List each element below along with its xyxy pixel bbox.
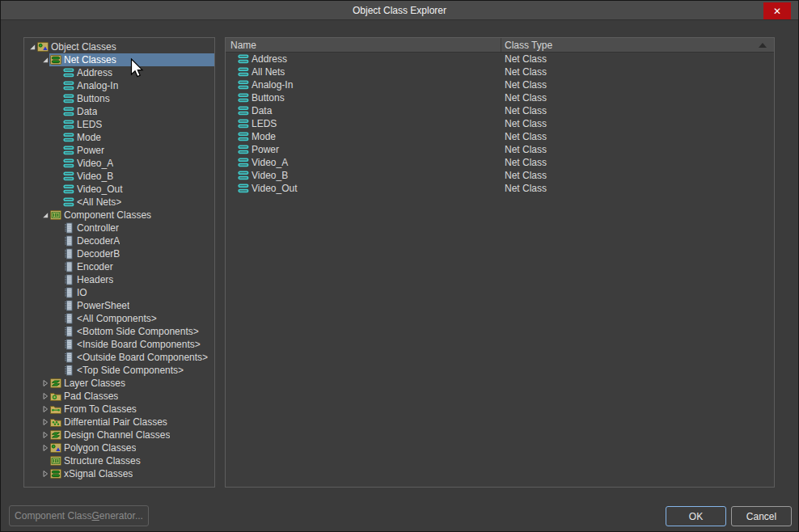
- tree-item-row[interactable]: Controller: [62, 222, 214, 234]
- class-row-address[interactable]: AddressNet Class: [226, 53, 774, 65]
- class-name: LEDS: [252, 118, 277, 129]
- tree-item-io[interactable]: IO: [24, 286, 214, 299]
- tree-item-encoder[interactable]: Encoder: [24, 260, 214, 273]
- tree-item-row[interactable]: Data: [62, 105, 214, 118]
- triangle-collapsed-icon[interactable]: [40, 431, 49, 440]
- tree-item-row[interactable]: IO: [62, 286, 214, 299]
- tree-item-row[interactable]: Video_A: [62, 157, 214, 170]
- tree-item-mode[interactable]: Mode: [24, 131, 214, 144]
- tree-item-row[interactable]: Buttons: [62, 92, 214, 105]
- tree-item-row[interactable]: Net Classes: [49, 53, 214, 66]
- tree-item-design-channel-classes[interactable]: Design Channel Classes: [24, 429, 214, 441]
- tree-item-row[interactable]: Polygon Classes: [49, 441, 214, 454]
- tree-item-net-classes[interactable]: Net Classes: [24, 53, 214, 66]
- tree-item-all-components[interactable]: <All Components>: [24, 312, 214, 325]
- tree-item-decoderb[interactable]: DecoderB: [24, 247, 214, 260]
- tree-item-row[interactable]: <All Components>: [62, 312, 214, 325]
- tree-item-powersheet[interactable]: PowerSheet: [24, 299, 214, 312]
- tree-item-row[interactable]: Component Classes: [49, 209, 214, 222]
- tree-item-row[interactable]: Encoder: [62, 260, 214, 273]
- class-row-video-a[interactable]: Video_ANet Class: [226, 156, 774, 169]
- tree-item-leds[interactable]: LEDS: [24, 118, 214, 131]
- tree-item-decodera[interactable]: DecoderA: [24, 234, 214, 247]
- tree-item-row[interactable]: <Bottom Side Components>: [62, 325, 214, 338]
- tree-item-address[interactable]: Address: [24, 66, 214, 79]
- tree-item-row[interactable]: <All Nets>: [62, 196, 214, 209]
- triangle-collapsed-icon[interactable]: [40, 444, 49, 453]
- class-row-video-b[interactable]: Video_BNet Class: [226, 169, 774, 182]
- tree-item-label: From To Classes: [64, 403, 137, 415]
- triangle-collapsed-icon[interactable]: [40, 392, 49, 401]
- triangle-expanded-icon[interactable]: [40, 211, 49, 220]
- tree-item-row[interactable]: xSignal Classes: [49, 467, 214, 480]
- tree-item-video-b[interactable]: Video_B: [24, 170, 214, 183]
- column-header-name[interactable]: Name: [226, 38, 501, 52]
- tree-item-top-side-components[interactable]: <Top Side Components>: [24, 364, 214, 377]
- tree-item-inside-board-components[interactable]: <Inside Board Components>: [24, 338, 214, 351]
- tree-item-power[interactable]: Power: [24, 144, 214, 157]
- class-row-mode[interactable]: ModeNet Class: [226, 130, 774, 143]
- tree-item-row[interactable]: Analog-In: [62, 79, 214, 92]
- tree-item-row[interactable]: Video_Out: [62, 183, 214, 196]
- tree-item-row[interactable]: Address: [62, 66, 214, 79]
- class-row-leds[interactable]: LEDSNet Class: [226, 117, 774, 130]
- tree-item-row[interactable]: Headers: [62, 273, 214, 286]
- tree-item-row[interactable]: <Outside Board Components>: [62, 351, 214, 364]
- triangle-collapsed-icon[interactable]: [40, 379, 49, 388]
- close-button[interactable]: ✕: [763, 2, 791, 19]
- tree-item-buttons[interactable]: Buttons: [24, 92, 214, 105]
- tree-item-polygon-classes[interactable]: Polygon Classes: [24, 441, 214, 454]
- class-row-power[interactable]: PowerNet Class: [226, 143, 774, 156]
- triangle-collapsed-icon[interactable]: [40, 405, 49, 414]
- class-row-analog-in[interactable]: Analog-InNet Class: [226, 78, 774, 91]
- tree-item-object-classes[interactable]: Object Classes: [24, 40, 214, 53]
- tree-item-row[interactable]: DecoderA: [62, 234, 214, 247]
- tree-item-row[interactable]: Object Classes: [36, 40, 214, 53]
- class-row-buttons[interactable]: ButtonsNet Class: [226, 91, 774, 104]
- tree-item-bottom-side-components[interactable]: <Bottom Side Components>: [24, 325, 214, 338]
- tree-item-row[interactable]: PowerSheet: [62, 299, 214, 312]
- tree-item-data[interactable]: Data: [24, 105, 214, 118]
- tree-item-pad-classes[interactable]: Pad Classes: [24, 390, 214, 403]
- triangle-collapsed-icon[interactable]: [40, 470, 49, 479]
- tree-item-xsignal-classes[interactable]: xSignal Classes: [24, 467, 214, 480]
- column-header-class-type[interactable]: Class Type: [501, 38, 774, 52]
- class-row-video-out[interactable]: Video_OutNet Class: [226, 182, 774, 195]
- triangle-collapsed-icon[interactable]: [40, 418, 49, 427]
- tree-item-row[interactable]: <Top Side Components>: [62, 364, 214, 377]
- tree-item-row[interactable]: Video_B: [62, 170, 214, 183]
- tree-item-row[interactable]: Mode: [62, 131, 214, 144]
- tree-item-controller[interactable]: Controller: [24, 222, 214, 234]
- tree-item-row[interactable]: From To Classes: [49, 403, 214, 416]
- object-class-tree[interactable]: Object ClassesNet ClassesAddressAnalog-I…: [23, 37, 215, 488]
- tree-item-from-to-classes[interactable]: From To Classes: [24, 403, 214, 416]
- tree-item-structure-classes[interactable]: Structure Classes: [24, 454, 214, 467]
- tree-item-layer-classes[interactable]: Layer Classes: [24, 377, 214, 390]
- tree-item-outside-board-components[interactable]: <Outside Board Components>: [24, 351, 214, 364]
- class-row-all-nets[interactable]: All NetsNet Class: [226, 65, 774, 78]
- ok-button[interactable]: OK: [666, 506, 726, 526]
- tree-item-video-out[interactable]: Video_Out: [24, 183, 214, 196]
- tree-item-row[interactable]: Design Channel Classes: [49, 429, 214, 441]
- cancel-button[interactable]: Cancel: [731, 506, 792, 526]
- tree-item-row[interactable]: DecoderB: [62, 247, 214, 260]
- tree-item-analog-in[interactable]: Analog-In: [24, 79, 214, 92]
- tree-item-row[interactable]: <Inside Board Components>: [62, 338, 214, 351]
- titlebar[interactable]: Object Class Explorer ✕: [1, 1, 798, 20]
- tree-item-row[interactable]: Pad Classes: [49, 390, 214, 403]
- triangle-expanded-icon[interactable]: [27, 43, 36, 52]
- tree-item-differential-pair-classes[interactable]: Differential Pair Classes: [24, 416, 214, 429]
- component-class-generator-button[interactable]: Component Class Generator...: [9, 505, 149, 526]
- tree-item-all-nets[interactable]: <All Nets>: [24, 196, 214, 209]
- tree-item-row[interactable]: Layer Classes: [49, 377, 214, 390]
- tree-item-headers[interactable]: Headers: [24, 273, 214, 286]
- tree-item-row[interactable]: LEDS: [62, 118, 214, 131]
- triangle-expanded-icon[interactable]: [40, 56, 49, 65]
- tree-item-video-a[interactable]: Video_A: [24, 157, 214, 170]
- net-icon: [238, 183, 249, 194]
- tree-item-component-classes[interactable]: Component Classes: [24, 209, 214, 222]
- tree-item-row[interactable]: Differential Pair Classes: [49, 416, 214, 429]
- tree-item-row[interactable]: Structure Classes: [49, 454, 214, 467]
- tree-item-row[interactable]: Power: [62, 144, 214, 157]
- class-row-data[interactable]: DataNet Class: [226, 104, 774, 117]
